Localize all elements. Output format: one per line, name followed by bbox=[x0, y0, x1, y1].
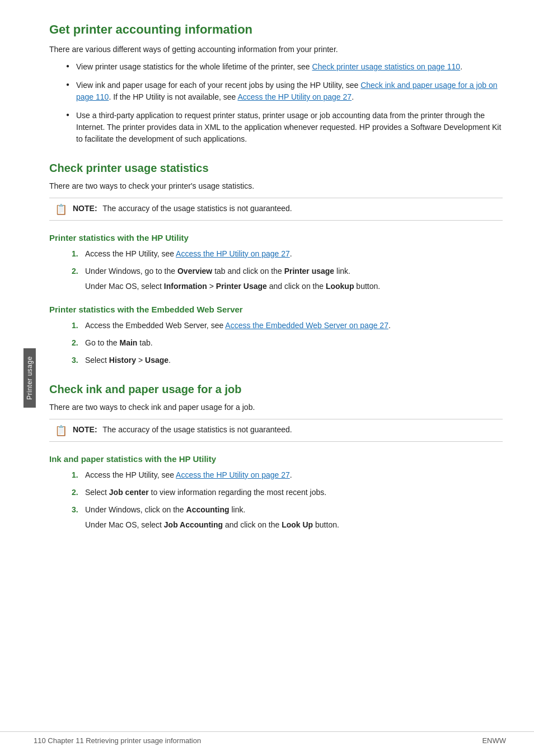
s2s2-step2-bold1: Main bbox=[119, 338, 137, 347]
s2s1-substep-bold1: Information bbox=[164, 282, 207, 291]
s2s1-step1-link[interactable]: Access the HP Utility on page 27 bbox=[176, 249, 290, 258]
s3s1-substep-bold1: Job Accounting bbox=[164, 520, 223, 529]
main-content: Get printer accounting information There… bbox=[16, 0, 531, 570]
footer-right: ENWW bbox=[482, 736, 506, 745]
section1-bullet-list: View printer usage statistics for the wh… bbox=[66, 61, 503, 145]
s2s1-step2-text3: link. bbox=[334, 267, 350, 276]
s2s1-step1-text-before: Access the HP Utility, see bbox=[85, 249, 176, 258]
section2-sub2-steps: 1. Access the Embedded Web Server, see A… bbox=[72, 320, 503, 366]
note-icon-1: 📋 bbox=[55, 203, 67, 216]
s2s1-substep-gt: > bbox=[207, 282, 216, 291]
s2s2-step2: 2. Go to the Main tab. bbox=[72, 337, 503, 349]
s2s2-step3-bold2: Usage bbox=[145, 356, 168, 365]
s3s1-substep-text1: Under Mac OS, select bbox=[85, 520, 164, 529]
section1-intro: There are various different ways of gett… bbox=[49, 44, 503, 55]
s2s1-step1-num: 1. bbox=[72, 248, 78, 260]
bullet3-text: Use a third-party application to request… bbox=[76, 111, 501, 143]
s3s1-step1-link[interactable]: Access the HP Utility on page 27 bbox=[176, 470, 290, 479]
s3s1-step2-text1: Select bbox=[85, 488, 109, 497]
s3s1-substep-text3: button. bbox=[313, 520, 339, 529]
s2s1-substep-text2: and click on the bbox=[267, 282, 326, 291]
s3s1-step1-num: 1. bbox=[72, 469, 78, 481]
s2s1-step2-bold1: Overview bbox=[177, 267, 212, 276]
s2s2-step2-text1: Go to the bbox=[85, 338, 119, 347]
section2-note-content: The accuracy of the usage statistics is … bbox=[102, 204, 292, 213]
s3s1-step1-text-before: Access the HP Utility, see bbox=[85, 470, 176, 479]
s2s1-step2-text1: Under Windows, go to the bbox=[85, 267, 177, 276]
s2s2-step1-text-after: . bbox=[388, 321, 391, 330]
s3s1-step3-text1: Under Windows, click on the bbox=[85, 505, 186, 514]
s3s1-step3-text2: link. bbox=[229, 505, 246, 514]
s2s2-step3-bold1: History bbox=[109, 356, 136, 365]
s2s1-substep-bold2: Printer Usage bbox=[216, 282, 267, 291]
bullet-item-1: View printer usage statistics for the wh… bbox=[66, 61, 503, 73]
section3-sub1-steps: 1. Access the HP Utility, see Access the… bbox=[72, 469, 503, 516]
section3-note-text: NOTE: The accuracy of the usage statisti… bbox=[73, 424, 292, 436]
bullet2-text-before: View ink and paper usage for each of you… bbox=[76, 81, 360, 90]
section2-sub2-title: Printer statistics with the Embedded Web… bbox=[49, 305, 503, 314]
bullet1-text-before: View printer usage statistics for the wh… bbox=[76, 62, 312, 71]
s3s1-step2: 2. Select Job center to view information… bbox=[72, 487, 503, 498]
section1-title: Get printer accounting information bbox=[49, 22, 503, 37]
note-icon-2: 📋 bbox=[55, 424, 67, 437]
bullet2-link2[interactable]: Access the HP Utility on page 27 bbox=[237, 92, 352, 101]
bullet-item-3: Use a third-party application to request… bbox=[66, 110, 503, 145]
footer-left: 110 Chapter 11 Retrieving printer usage … bbox=[34, 736, 201, 745]
s2s1-step2: 2. Under Windows, go to the Overview tab… bbox=[72, 265, 503, 277]
s2s2-step1-text-before: Access the Embedded Web Server, see bbox=[85, 321, 225, 330]
s2s2-step1-link[interactable]: Access the Embedded Web Server on page 2… bbox=[225, 321, 388, 330]
s2s1-step2-bold2: Printer usage bbox=[284, 267, 334, 276]
s2s2-step3-text1: Select bbox=[85, 356, 109, 365]
section2-sub1-title: Printer statistics with the HP Utility bbox=[49, 233, 503, 242]
s3s1-step1: 1. Access the HP Utility, see Access the… bbox=[72, 469, 503, 481]
s2s1-step1: 1. Access the HP Utility, see Access the… bbox=[72, 248, 503, 260]
s2s1-substep-text1: Under Mac OS, select bbox=[85, 282, 164, 291]
s3s1-substep-bold2: Look Up bbox=[282, 520, 313, 529]
bullet2-text-middle: . If the HP Utility is not available, se… bbox=[109, 92, 237, 101]
s2s1-substep: Under Mac OS, select Information > Print… bbox=[85, 281, 503, 292]
side-tab-label: Printer usage bbox=[26, 356, 34, 400]
s2s1-substep-text3: button. bbox=[354, 282, 380, 291]
s3s1-step3-bold1: Accounting bbox=[186, 505, 229, 514]
s2s2-step3-text2: . bbox=[168, 356, 171, 365]
s2s2-step2-text2: tab. bbox=[137, 338, 152, 347]
section3-sub1-title: Ink and paper statistics with the HP Uti… bbox=[49, 454, 503, 464]
section3-note: 📋 NOTE: The accuracy of the usage statis… bbox=[49, 419, 503, 442]
bullet-item-2: View ink and paper usage for each of you… bbox=[66, 80, 503, 103]
side-tab: Printer usage bbox=[24, 348, 36, 408]
s2s1-substep-bold3: Lookup bbox=[326, 282, 354, 291]
section3-note-label: NOTE: bbox=[73, 425, 97, 434]
section2-sub1-steps: 1. Access the HP Utility, see Access the… bbox=[72, 248, 503, 277]
s3s1-substep-text2: and click on the bbox=[223, 520, 282, 529]
section3-intro: There are two ways to check ink and pape… bbox=[49, 402, 503, 413]
s2s2-step3: 3. Select History > Usage. bbox=[72, 354, 503, 366]
s2s2-step1: 1. Access the Embedded Web Server, see A… bbox=[72, 320, 503, 332]
s3s1-substep: Under Mac OS, select Job Accounting and … bbox=[85, 519, 503, 531]
section3-note-content: The accuracy of the usage statistics is … bbox=[102, 425, 292, 434]
s3s1-step1-text-after: . bbox=[290, 470, 292, 479]
section2-intro: There are two ways to check your printer… bbox=[49, 180, 503, 192]
page-footer: 110 Chapter 11 Retrieving printer usage … bbox=[0, 731, 534, 745]
s3s1-step2-text2: to view information regarding the most r… bbox=[149, 488, 327, 497]
section2-note-label: NOTE: bbox=[73, 204, 97, 213]
s3s1-step2-num: 2. bbox=[72, 487, 78, 498]
s2s2-step2-num: 2. bbox=[72, 337, 78, 349]
s2s1-step2-num: 2. bbox=[72, 265, 78, 277]
s3s1-step3: 3. Under Windows, click on the Accountin… bbox=[72, 504, 503, 516]
s3s1-step3-num: 3. bbox=[72, 504, 78, 516]
section2-title: Check printer usage statistics bbox=[49, 162, 503, 175]
bullet1-link[interactable]: Check printer usage statistics on page 1… bbox=[312, 62, 461, 71]
section3-title: Check ink and paper usage for a job bbox=[49, 383, 503, 396]
bullet1-text-after: . bbox=[460, 62, 462, 71]
s2s2-step3-gt: > bbox=[136, 356, 145, 365]
section2-note: 📋 NOTE: The accuracy of the usage statis… bbox=[49, 198, 503, 221]
s2s2-step3-num: 3. bbox=[72, 354, 78, 366]
s2s2-step1-num: 1. bbox=[72, 320, 78, 332]
section2-note-text: NOTE: The accuracy of the usage statisti… bbox=[73, 203, 292, 214]
s3s1-step2-bold1: Job center bbox=[109, 488, 149, 497]
bullet2-text-after: . bbox=[352, 92, 354, 101]
s2s1-step2-text2: tab and click on the bbox=[212, 267, 284, 276]
s2s1-step1-text-after: . bbox=[290, 249, 292, 258]
